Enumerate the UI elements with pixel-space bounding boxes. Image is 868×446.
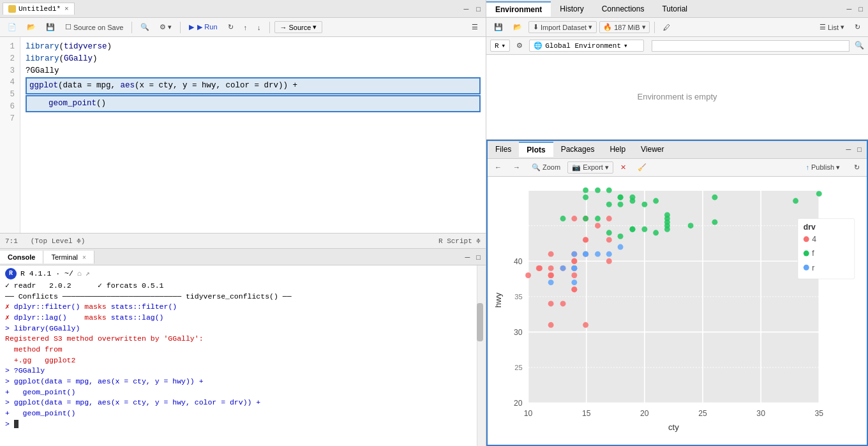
svg-point-50	[571, 258, 577, 264]
svg-point-106	[804, 265, 809, 271]
console-line-2: ── Conflicts ───────────────────────────…	[5, 292, 472, 302]
tab-plots[interactable]: Plots	[519, 142, 553, 157]
r-selector-dropdown: ▾	[502, 41, 506, 50]
code-tools-button[interactable]: ⚙▾	[156, 21, 176, 33]
zoom-button[interactable]: 🔍 Zoom	[527, 161, 565, 174]
console-line-7: method from	[5, 345, 472, 355]
svg-point-74	[712, 219, 717, 225]
brush-button[interactable]: 🖊	[659, 22, 674, 33]
tab-files[interactable]: Files	[488, 142, 519, 156]
console-controls: ─ □	[460, 252, 486, 262]
console-line-8: +.gg ggplot2	[5, 355, 472, 366]
r-link-icon: ↗	[86, 269, 90, 279]
source-button[interactable]: → Source ▾	[274, 21, 323, 33]
svg-text:f: f	[812, 249, 814, 258]
svg-point-31	[606, 258, 612, 264]
tab-history[interactable]: History	[551, 2, 592, 16]
code-editor[interactable]: 1 2 3 4 5 6 7 library(tidyverse) library…	[0, 37, 486, 233]
plot-forward-button[interactable]: →	[509, 161, 525, 173]
svg-point-30	[560, 301, 566, 306]
delete-plot-button[interactable]: ✕	[616, 161, 631, 174]
svg-point-61	[595, 216, 601, 221]
maximize-env-button[interactable]: □	[856, 4, 865, 14]
export-dropdown-icon: ▾	[605, 163, 609, 172]
tab-tutorial[interactable]: Tutorial	[653, 2, 696, 16]
plots-toolbar: ← → 🔍 Zoom 📷 Export ▾ ✕ 🧹	[488, 159, 867, 177]
export-button[interactable]: 📷 Export ▾	[567, 161, 613, 174]
import-dataset-button[interactable]: ⬇ Import Dataset ▾	[528, 21, 597, 33]
plot-back-button[interactable]: ←	[490, 161, 506, 173]
terminal-close[interactable]: ×	[82, 254, 86, 261]
console-line-10: > ggplot(data = mpg, aes(x = cty, y = hw…	[5, 376, 472, 387]
console-content[interactable]: R R 4.1.1 · ~/ ⌂ ↗ ✓ readr 2.0.2 ✓ forca…	[0, 265, 477, 446]
env-settings-button[interactable]: ⚙	[513, 40, 527, 52]
export-icon: 📷	[572, 163, 581, 172]
env-load-button[interactable]: 📂	[509, 21, 526, 33]
env-content: Environment is empty	[486, 55, 868, 139]
global-env-selector[interactable]: 🌐 Global Environment ▾	[529, 40, 644, 52]
code-tools-icon: ⚙	[160, 23, 166, 31]
console-line-6: Registered S3 method overwritten by 'GGa…	[5, 334, 472, 345]
editor-tab-close[interactable]: ×	[64, 5, 69, 13]
publish-button[interactable]: ↑ Publish ▾	[801, 161, 844, 174]
tab-viewer[interactable]: Viewer	[633, 142, 671, 156]
env-refresh-button[interactable]: ↻	[851, 21, 864, 33]
go-down-button[interactable]: ↓	[253, 22, 265, 33]
minimize-plots-button[interactable]: ─	[844, 144, 854, 154]
svg-point-43	[548, 251, 554, 257]
tab-console[interactable]: Console	[0, 251, 43, 264]
editor-tab-untitled1[interactable]: Untitled1* ×	[3, 3, 75, 15]
tab-help[interactable]: Help	[602, 142, 633, 156]
console-line-13: + geom_point()	[5, 408, 472, 419]
console-line-14: >	[5, 419, 472, 430]
refresh-plot-button[interactable]: ↻	[849, 161, 864, 174]
minimize-env-button[interactable]: ─	[844, 4, 855, 14]
plots-panel: Files Plots Packages Help Viewer ─ □	[486, 140, 868, 446]
memory-button[interactable]: 🔥 187 MiB ▾	[599, 21, 649, 33]
publish-dropdown-icon: ▾	[836, 163, 840, 172]
svg-point-85	[630, 227, 636, 232]
save-button[interactable]: 💾	[42, 21, 59, 33]
svg-text:r: r	[812, 264, 814, 272]
tab-terminal[interactable]: Terminal ×	[43, 251, 94, 264]
script-type[interactable]: R Script ≑	[438, 237, 481, 245]
go-up-button[interactable]: ↑	[240, 22, 251, 33]
new-file-button[interactable]: 📄	[4, 21, 20, 33]
env-search-input[interactable]	[652, 40, 849, 52]
scatter-plot: 10 15 20 25 30 35 20 30 40 25 35	[493, 182, 862, 440]
minimize-console-button[interactable]: ─	[463, 252, 473, 262]
env-tabbar: Environment History Connections Tutorial…	[486, 0, 868, 18]
console-tabbar: Console Terminal × ─ □	[0, 249, 486, 265]
tab-environment[interactable]: Environment	[486, 1, 551, 17]
maximize-editor-button[interactable]: □	[474, 4, 483, 14]
maximize-console-button[interactable]: □	[474, 252, 483, 262]
svg-point-68	[606, 188, 612, 193]
run-button[interactable]: ▶ ▶ Run	[185, 21, 221, 33]
svg-point-65	[583, 195, 588, 200]
editor-tab-label: Untitled1*	[19, 5, 61, 13]
rerun-button[interactable]: ↻	[224, 21, 237, 33]
checkbox-icon: ☐	[65, 23, 71, 31]
toolbar-separator-1	[131, 22, 132, 33]
console-scrollbar-track[interactable]	[477, 265, 486, 446]
search-button[interactable]: 🔍	[137, 21, 153, 33]
editor-menu-button[interactable]: ☰	[468, 21, 482, 33]
tab-packages[interactable]: Packages	[553, 142, 602, 156]
open-file-button[interactable]: 📂	[23, 21, 40, 33]
tab-connections[interactable]: Connections	[593, 2, 654, 16]
source-on-save-button[interactable]: ☐ Source on Save	[61, 21, 127, 33]
r-selector[interactable]: R ▾	[490, 40, 510, 52]
maximize-plots-button[interactable]: □	[855, 144, 864, 154]
env-save-button[interactable]: 💾	[490, 21, 507, 33]
svg-point-53	[606, 237, 612, 242]
code-content[interactable]: library(tidyverse) library(GGally) ?GGal…	[20, 37, 486, 233]
list-view-button[interactable]: ☰ List ▾	[816, 21, 848, 33]
svg-point-76	[712, 195, 717, 200]
svg-point-86	[606, 230, 612, 235]
search-icon-env: 🔍	[855, 41, 864, 50]
minimize-editor-button[interactable]: ─	[461, 4, 472, 14]
console-scrollbar-thumb[interactable]	[477, 303, 483, 341]
clear-plots-button[interactable]: 🧹	[633, 161, 651, 174]
save-icon: 💾	[46, 23, 55, 31]
svg-point-84	[641, 227, 647, 232]
